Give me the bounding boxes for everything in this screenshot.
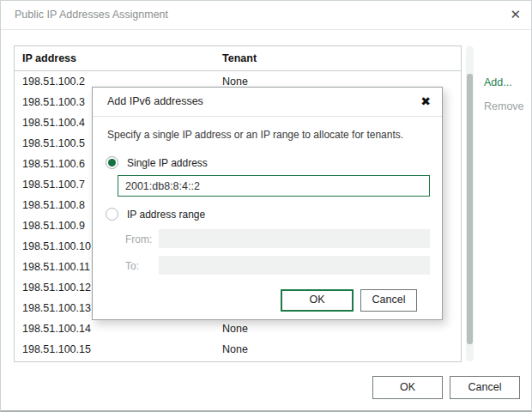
cell-ip: 198.51.100.8 xyxy=(22,195,85,215)
table-row[interactable]: 198.51.100.14 None xyxy=(15,318,461,339)
cell-ip: 198.51.100.3 xyxy=(22,92,85,112)
table-row[interactable]: 198.51.100.15 None xyxy=(15,339,461,360)
to-input[interactable] xyxy=(159,256,430,275)
cancel-button[interactable]: Cancel xyxy=(450,376,520,399)
cell-ip: 198.51.100.15 xyxy=(22,339,91,360)
table-header: IP address Tenant xyxy=(15,46,461,71)
cell-ip: 198.51.100.13 xyxy=(22,298,91,318)
table-scrollbar[interactable] xyxy=(466,46,474,361)
cell-ip: 198.51.100.2 xyxy=(22,71,85,92)
cell-ip: 198.51.100.12 xyxy=(22,277,91,298)
from-input[interactable] xyxy=(159,229,430,248)
single-ip-radio[interactable] xyxy=(106,156,118,169)
modal-ok-button[interactable]: OK xyxy=(281,289,354,312)
scrollbar-thumb[interactable] xyxy=(467,74,473,344)
single-ip-input[interactable] xyxy=(118,175,430,197)
cell-ip: 198.51.100.6 xyxy=(22,154,85,174)
close-icon[interactable]: ✕ xyxy=(510,8,521,21)
to-label: To: xyxy=(125,260,139,272)
ok-button[interactable]: OK xyxy=(372,376,443,399)
column-header-ip: IP address xyxy=(22,46,76,70)
cell-ip: 198.51.100.10 xyxy=(22,236,91,257)
modal-description: Specify a single IP address or an IP ran… xyxy=(107,129,403,141)
cell-ip: 198.51.100.9 xyxy=(22,215,85,236)
modal-cancel-button[interactable]: Cancel xyxy=(360,289,417,312)
public-ip-assignment-dialog: Public IP Addresses Assignment ✕ IP addr… xyxy=(0,0,532,412)
from-label: From: xyxy=(125,233,152,245)
cell-ip: 198.51.100.7 xyxy=(22,174,85,195)
column-header-tenant: Tenant xyxy=(222,46,257,70)
cell-tenant: None xyxy=(222,318,248,339)
cell-ip: 198.51.100.14 xyxy=(22,318,91,339)
cell-tenant: None xyxy=(222,339,248,360)
modal-close-icon[interactable]: ✖ xyxy=(420,94,431,108)
modal-title: Add IPv6 addresses xyxy=(107,88,203,116)
title-bar: Public IP Addresses Assignment ✕ xyxy=(1,1,531,30)
ip-range-radio-label[interactable]: IP address range xyxy=(127,209,205,221)
cell-ip: 198.51.100.5 xyxy=(22,133,85,154)
single-ip-radio-label[interactable]: Single IP address xyxy=(127,157,208,169)
modal-title-bar: Add IPv6 addresses ✖ xyxy=(93,88,442,117)
cell-ip: 198.51.100.11 xyxy=(22,257,90,277)
add-link[interactable]: Add... xyxy=(484,76,512,88)
cell-ip: 198.51.100.4 xyxy=(22,112,85,133)
ip-range-radio[interactable] xyxy=(106,208,118,221)
dialog-title: Public IP Addresses Assignment xyxy=(15,1,168,29)
remove-link: Remove xyxy=(484,100,524,112)
add-ipv6-dialog: Add IPv6 addresses ✖ Specify a single IP… xyxy=(92,87,443,320)
